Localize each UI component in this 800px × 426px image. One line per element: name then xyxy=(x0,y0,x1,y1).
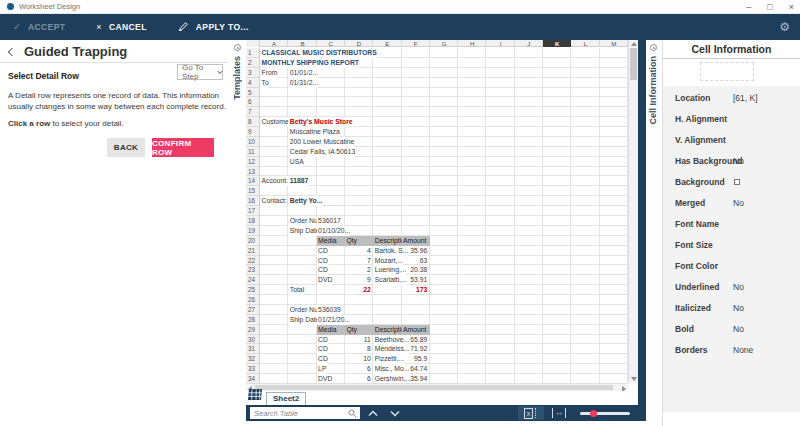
row-header-28[interactable]: 28 xyxy=(246,315,259,325)
row-header-26[interactable]: 26 xyxy=(246,295,259,305)
cell-A2[interactable]: MONTHLY SHIPPING REPORT xyxy=(260,58,359,68)
cell-C28[interactable]: 01/21/20... xyxy=(317,315,351,325)
sheet-tab-sheet2[interactable]: Sheet2 xyxy=(266,392,306,405)
row-header-27[interactable]: 27 xyxy=(246,305,259,315)
cell-A4[interactable]: To xyxy=(260,78,269,88)
cell-A1[interactable]: CLASSICAL MUSIC DISTRIBUTORS xyxy=(260,48,377,58)
row-header-15[interactable]: 15 xyxy=(246,186,259,196)
cell-A14[interactable]: Account... xyxy=(260,176,292,186)
row-header-3[interactable]: 3 xyxy=(246,68,259,78)
scroll-down-arrow-icon[interactable] xyxy=(631,377,637,381)
cell-A16[interactable]: Contact: xyxy=(260,196,287,206)
cell-F31[interactable]: 71.92 xyxy=(402,344,429,354)
column-header-K[interactable]: K xyxy=(543,40,571,47)
cell-F33[interactable]: 64.74 xyxy=(402,364,429,374)
cell-information-tab[interactable]: Cell Information xyxy=(646,40,662,426)
cell-D25[interactable]: 22 xyxy=(345,285,372,295)
row-header-29[interactable]: 29 xyxy=(246,325,259,335)
cell-F30[interactable]: 65.89 xyxy=(402,335,429,345)
column-header-J[interactable]: J xyxy=(515,40,543,47)
cell-C32[interactable]: CD xyxy=(317,354,328,364)
row-header-1[interactable]: 1 xyxy=(246,48,259,58)
column-header-H[interactable]: H xyxy=(458,40,486,47)
cell-D32[interactable]: 10 xyxy=(345,354,372,364)
confirm-row-button[interactable]: CONFIRM ROW xyxy=(152,138,214,157)
go-to-step-dropdown[interactable]: Go To Step xyxy=(177,64,223,80)
row-header-11[interactable]: 11 xyxy=(246,147,259,157)
cell-C19[interactable]: 01/10/20... xyxy=(317,226,351,236)
find-next-button[interactable] xyxy=(388,409,402,418)
row-header-19[interactable]: 19 xyxy=(246,226,259,236)
cell-B9[interactable]: Muscatine Plaza xyxy=(288,127,339,137)
row-header-30[interactable]: 30 xyxy=(246,335,259,345)
column-header-F[interactable]: F xyxy=(402,40,430,47)
cell-F23[interactable]: 20.38 xyxy=(402,265,429,275)
row-header-25[interactable]: 25 xyxy=(246,285,259,295)
cell-C23[interactable]: CD xyxy=(317,265,328,275)
row-header-14[interactable]: 14 xyxy=(246,176,259,186)
cell-B25[interactable]: Total xyxy=(288,285,304,295)
cell-D23[interactable]: 2 xyxy=(345,265,372,275)
cell-D33[interactable]: 6 xyxy=(345,364,372,374)
cell-C33[interactable]: LP xyxy=(317,364,327,374)
cell-C20[interactable]: Media xyxy=(317,236,345,246)
column-header-M[interactable]: M xyxy=(600,40,628,47)
cell-F22[interactable]: 63 xyxy=(402,256,429,266)
cell-B11[interactable]: Cedar Falls, IA 50613 xyxy=(288,147,355,157)
column-header-L[interactable]: L xyxy=(571,40,599,47)
cell-F24[interactable]: 53.91 xyxy=(402,275,429,285)
row-header-21[interactable]: 21 xyxy=(246,246,259,256)
select-all-corner[interactable] xyxy=(246,40,260,47)
settings-button[interactable]: ⚙ xyxy=(779,14,790,40)
scroll-up-arrow-icon[interactable] xyxy=(631,42,637,46)
cell-C31[interactable]: CD xyxy=(317,344,328,354)
cell-B10[interactable]: 200 Lower Muscatine xyxy=(288,137,354,147)
cell-B19[interactable]: Ship Date xyxy=(288,226,319,236)
row-header-18[interactable]: 18 xyxy=(246,216,259,226)
horizontal-scrollbar[interactable] xyxy=(246,383,628,391)
apply-to-button[interactable]: APPLY TO... xyxy=(178,21,249,34)
cell-D20[interactable]: Qty xyxy=(345,236,373,246)
row-header-31[interactable]: 31 xyxy=(246,344,259,354)
row-header-4[interactable]: 4 xyxy=(246,78,259,88)
cell-E32[interactable]: Pizzetti,... xyxy=(373,354,404,364)
row-header-16[interactable]: 16 xyxy=(246,196,259,206)
row-header-7[interactable]: 7 xyxy=(246,107,259,117)
cancel-button[interactable]: × CANCEL xyxy=(96,22,146,32)
cell-C18[interactable]: 536017 xyxy=(317,216,341,226)
row-header-2[interactable]: 2 xyxy=(246,58,259,68)
cell-C21[interactable]: CD xyxy=(317,246,328,256)
zoom-slider-thumb[interactable] xyxy=(590,410,597,417)
row-header-20[interactable]: 20 xyxy=(246,236,259,246)
column-header-I[interactable]: I xyxy=(486,40,514,47)
cell-F20[interactable]: Amount xyxy=(402,236,430,246)
row-header-9[interactable]: 9 xyxy=(246,127,259,137)
row-header-24[interactable]: 24 xyxy=(246,275,259,285)
row-header-23[interactable]: 23 xyxy=(246,265,259,275)
cell-C24[interactable]: DVD xyxy=(317,275,333,285)
cell-E29[interactable]: Description xyxy=(373,325,401,335)
export-excel-button[interactable]: x xyxy=(518,406,544,420)
fit-width-icon[interactable]: ↔ xyxy=(552,408,566,418)
close-button[interactable]: × xyxy=(789,0,794,14)
cell-B12[interactable]: USA xyxy=(288,157,303,167)
row-header-22[interactable]: 22 xyxy=(246,256,259,266)
cell-B3[interactable]: 01/01/2... xyxy=(288,68,318,78)
row-header-17[interactable]: 17 xyxy=(246,206,259,216)
maximize-button[interactable]: □ xyxy=(767,0,772,14)
minimize-button[interactable]: – xyxy=(746,0,751,14)
accept-button[interactable]: ✓ ACCEPT xyxy=(13,22,65,32)
cell-D30[interactable]: 11 xyxy=(345,335,372,345)
templates-tab[interactable]: Templates xyxy=(230,40,246,426)
cell-F25[interactable]: 173 xyxy=(402,285,429,295)
cell-C30[interactable]: CD xyxy=(317,335,328,345)
cell-D22[interactable]: 7 xyxy=(345,256,372,266)
vertical-scrollbar[interactable] xyxy=(628,40,638,383)
column-header-B[interactable]: B xyxy=(288,40,316,47)
cell-B4[interactable]: 01/31/2... xyxy=(288,78,318,88)
row-header-13[interactable]: 13 xyxy=(246,167,259,177)
column-header-G[interactable]: G xyxy=(430,40,458,47)
column-header-A[interactable]: A xyxy=(260,40,288,47)
cell-D29[interactable]: Qty xyxy=(345,325,373,335)
back-chevron-icon[interactable] xyxy=(8,48,16,56)
